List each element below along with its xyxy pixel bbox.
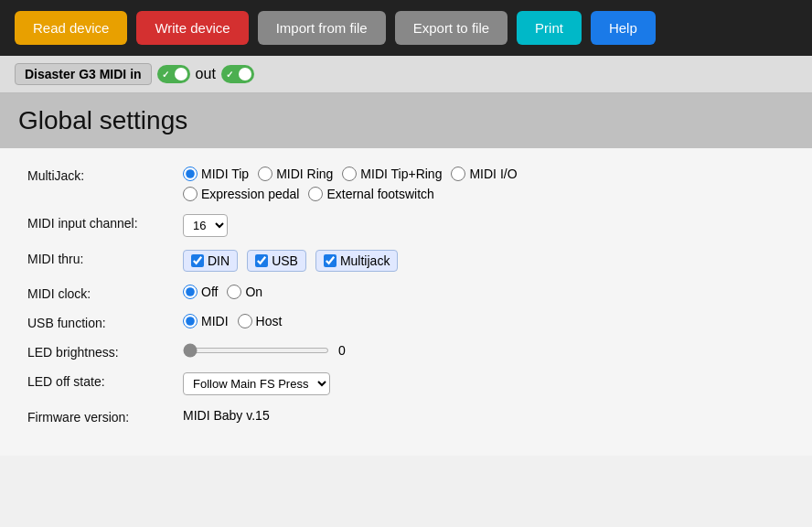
led-brightness-row: LED brightness: 0 bbox=[27, 343, 785, 360]
midi-input-channel-select[interactable]: 1234 5678 9101112 13141516 bbox=[183, 214, 228, 237]
multijack-midi-tip-radio[interactable] bbox=[183, 167, 198, 181]
usb-function-midi[interactable]: MIDI bbox=[183, 314, 229, 328]
multijack-expression-pedal-label: Expression pedal bbox=[201, 187, 299, 201]
midi-clock-on[interactable]: On bbox=[227, 285, 262, 299]
usb-function-label: USB function: bbox=[27, 314, 183, 330]
midi-thru-usb-label: USB bbox=[272, 253, 298, 268]
multijack-expression-pedal[interactable]: Expression pedal bbox=[183, 187, 299, 201]
multijack-midi-ring-radio[interactable] bbox=[258, 167, 272, 181]
write-device-button[interactable]: Write device bbox=[136, 11, 248, 45]
midi-thru-usb[interactable]: USB bbox=[247, 250, 306, 272]
midi-input-channel-row: MIDI input channel: 1234 5678 9101112 13… bbox=[27, 214, 785, 237]
led-off-state-label: LED off state: bbox=[27, 372, 183, 389]
usb-function-row: USB function: MIDI Host bbox=[27, 314, 785, 330]
midi-clock-off-radio[interactable] bbox=[183, 285, 198, 299]
multijack-midi-ring-label: MIDI Ring bbox=[276, 167, 333, 181]
multijack-midi-io-radio[interactable] bbox=[451, 167, 465, 181]
section-header: Global settings bbox=[0, 93, 812, 148]
multijack-midi-tip-ring[interactable]: MIDI Tip+Ring bbox=[342, 167, 442, 181]
midi-thru-din[interactable]: DIN bbox=[183, 250, 238, 272]
midi-thru-row: MIDI thru: DIN USB Multijack bbox=[27, 250, 785, 272]
out-label: out bbox=[196, 66, 216, 82]
multijack-midi-tip-ring-radio[interactable] bbox=[342, 167, 357, 181]
firmware-version-value: MIDI Baby v.15 bbox=[183, 408, 270, 423]
firmware-version-controls: MIDI Baby v.15 bbox=[183, 408, 270, 423]
midi-thru-multijack[interactable]: Multijack bbox=[315, 250, 398, 272]
midi-thru-controls: DIN USB Multijack bbox=[183, 250, 398, 272]
multijack-row-2: Expression pedal External footswitch bbox=[183, 187, 518, 201]
led-off-state-controls: Follow Main FS Press Always Off Always O… bbox=[183, 372, 330, 395]
midi-in-toggle-group: ✓ bbox=[157, 65, 190, 83]
usb-function-midi-label: MIDI bbox=[201, 314, 229, 328]
usb-function-controls: MIDI Host bbox=[183, 314, 282, 328]
midi-out-toggle[interactable]: ✓ bbox=[221, 65, 254, 83]
midi-thru-din-checkbox[interactable] bbox=[191, 254, 204, 267]
led-brightness-value: 0 bbox=[338, 343, 346, 358]
multijack-external-footswitch[interactable]: External footswitch bbox=[308, 187, 434, 201]
midi-out-toggle-group: ✓ bbox=[221, 65, 254, 83]
multijack-midi-io-label: MIDI I/O bbox=[469, 167, 517, 181]
midi-thru-din-label: DIN bbox=[208, 253, 230, 268]
usb-function-host-radio[interactable] bbox=[238, 314, 252, 328]
midi-input-channel-label: MIDI input channel: bbox=[27, 214, 183, 231]
led-brightness-slider[interactable] bbox=[183, 348, 329, 353]
midi-clock-label: MIDI clock: bbox=[27, 285, 183, 301]
help-button[interactable]: Help bbox=[591, 11, 656, 45]
multijack-midi-io[interactable]: MIDI I/O bbox=[451, 167, 517, 181]
section-title: Global settings bbox=[18, 106, 794, 135]
midi-in-toggle[interactable]: ✓ bbox=[157, 65, 190, 83]
toggle-check-out-icon: ✓ bbox=[226, 70, 233, 80]
multijack-external-footswitch-label: External footswitch bbox=[326, 187, 434, 201]
firmware-version-label: Firmware version: bbox=[27, 408, 183, 425]
led-off-state-row: LED off state: Follow Main FS Press Alwa… bbox=[27, 372, 785, 395]
multijack-controls: MIDI Tip MIDI Ring MIDI Tip+Ring MI bbox=[183, 167, 518, 201]
led-off-state-select[interactable]: Follow Main FS Press Always Off Always O… bbox=[183, 372, 330, 395]
status-bar: Disaster G3 MIDI in ✓ out ✓ bbox=[0, 56, 812, 93]
settings-body: MultiJack: MIDI Tip MIDI Ring bbox=[0, 148, 812, 456]
midi-clock-row: MIDI clock: Off On bbox=[27, 285, 785, 301]
midi-input-channel-controls: 1234 5678 9101112 13141516 bbox=[183, 214, 228, 237]
multijack-midi-ring[interactable]: MIDI Ring bbox=[258, 167, 333, 181]
midi-clock-off-label: Off bbox=[201, 285, 218, 299]
multijack-expression-pedal-radio[interactable] bbox=[183, 187, 198, 201]
multijack-label: MultiJack: bbox=[27, 167, 183, 183]
led-brightness-controls: 0 bbox=[183, 343, 346, 358]
multijack-external-footswitch-radio[interactable] bbox=[308, 187, 323, 201]
multijack-midi-tip-label: MIDI Tip bbox=[201, 167, 249, 181]
midi-thru-label: MIDI thru: bbox=[27, 250, 183, 266]
toggle-check-icon: ✓ bbox=[162, 70, 169, 80]
led-brightness-label: LED brightness: bbox=[27, 343, 183, 360]
device-name-label: Disaster G3 MIDI in bbox=[15, 63, 152, 85]
usb-function-host-label: Host bbox=[256, 314, 283, 328]
multijack-midi-tip[interactable]: MIDI Tip bbox=[183, 167, 249, 181]
multijack-row: MultiJack: MIDI Tip MIDI Ring bbox=[27, 167, 785, 201]
midi-thru-multijack-checkbox[interactable] bbox=[324, 254, 337, 267]
export-to-file-button[interactable]: Export to file bbox=[395, 11, 508, 45]
midi-clock-on-label: On bbox=[245, 285, 262, 299]
multijack-options: MIDI Tip MIDI Ring MIDI Tip+Ring MI bbox=[183, 167, 518, 201]
import-from-file-button[interactable]: Import from file bbox=[258, 11, 386, 45]
usb-function-midi-radio[interactable] bbox=[183, 314, 198, 328]
usb-function-host[interactable]: Host bbox=[238, 314, 283, 328]
midi-clock-controls: Off On bbox=[183, 285, 262, 299]
midi-clock-off[interactable]: Off bbox=[183, 285, 218, 299]
midi-thru-usb-checkbox[interactable] bbox=[255, 254, 268, 267]
read-device-button[interactable]: Read device bbox=[15, 11, 127, 45]
multijack-midi-tip-ring-label: MIDI Tip+Ring bbox=[360, 167, 442, 181]
main-content: Global settings MultiJack: MIDI Tip MIDI… bbox=[0, 93, 812, 456]
midi-thru-multijack-label: Multijack bbox=[340, 253, 390, 268]
toolbar: Read device Write device Import from fil… bbox=[0, 0, 812, 56]
print-button[interactable]: Print bbox=[517, 11, 582, 45]
firmware-version-row: Firmware version: MIDI Baby v.15 bbox=[27, 408, 785, 425]
multijack-row-1: MIDI Tip MIDI Ring MIDI Tip+Ring MI bbox=[183, 167, 518, 181]
midi-clock-on-radio[interactable] bbox=[227, 285, 241, 299]
